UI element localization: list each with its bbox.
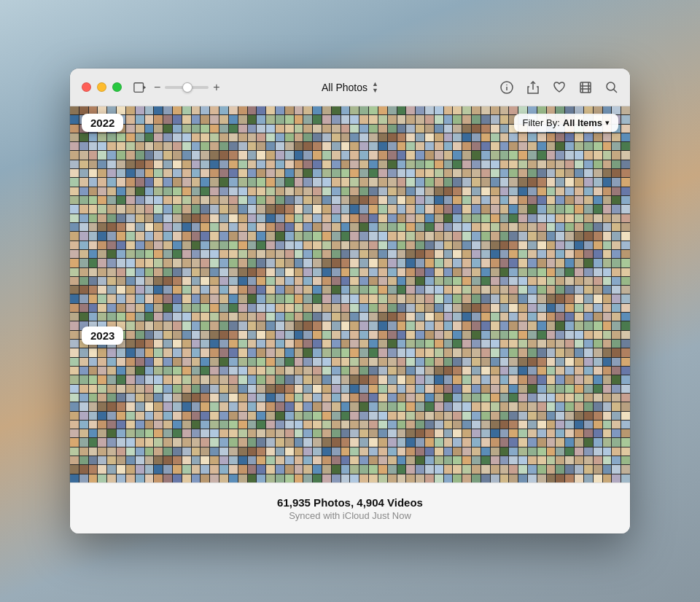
photo-tile[interactable] <box>612 321 621 329</box>
photo-tile[interactable] <box>500 250 509 258</box>
photo-tile[interactable] <box>248 429 257 437</box>
photo-tile[interactable] <box>322 250 331 258</box>
photo-tile[interactable] <box>472 169 481 177</box>
photo-tile[interactable] <box>528 178 537 186</box>
photo-tile[interactable] <box>192 232 201 240</box>
photo-tile[interactable] <box>89 232 98 240</box>
photo-tile[interactable] <box>322 456 331 464</box>
photo-tile[interactable] <box>257 125 265 133</box>
photo-tile[interactable] <box>359 232 368 240</box>
photo-tile[interactable] <box>462 402 471 410</box>
photo-tile[interactable] <box>126 394 135 402</box>
photo-tile[interactable] <box>397 474 406 482</box>
photo-tile[interactable] <box>276 232 284 240</box>
photo-tile[interactable] <box>425 421 434 429</box>
photo-tile[interactable] <box>397 402 406 410</box>
photo-tile[interactable] <box>378 465 387 473</box>
photo-tile[interactable] <box>229 133 238 141</box>
photo-tile[interactable] <box>621 214 630 222</box>
photo-tile[interactable] <box>266 304 275 312</box>
photo-tile[interactable] <box>575 241 583 249</box>
photo-tile[interactable] <box>425 304 434 312</box>
photo-tile[interactable] <box>70 304 79 312</box>
photo-tile[interactable] <box>472 115 481 123</box>
photo-tile[interactable] <box>79 465 88 473</box>
photo-tile[interactable] <box>154 196 163 204</box>
photo-tile[interactable] <box>136 438 144 446</box>
photo-tile[interactable] <box>136 394 144 402</box>
photo-tile[interactable] <box>107 394 116 402</box>
photo-tile[interactable] <box>547 340 556 348</box>
photo-tile[interactable] <box>98 223 106 231</box>
photo-tile[interactable] <box>303 367 312 375</box>
photo-tile[interactable] <box>462 385 471 393</box>
photo-tile[interactable] <box>145 187 154 195</box>
photo-tile[interactable] <box>594 313 602 321</box>
photo-tile[interactable] <box>556 133 564 141</box>
photo-tile[interactable] <box>388 205 397 213</box>
photo-tile[interactable] <box>537 223 546 231</box>
photo-tile[interactable] <box>182 286 191 294</box>
photo-tile[interactable] <box>509 232 518 240</box>
photo-tile[interactable] <box>444 106 453 114</box>
photo-tile[interactable] <box>575 402 583 410</box>
photo-tile[interactable] <box>98 241 106 249</box>
photo-tile[interactable] <box>89 205 98 213</box>
photo-tile[interactable] <box>388 178 397 186</box>
photo-tile[interactable] <box>154 438 163 446</box>
photo-tile[interactable] <box>462 196 471 204</box>
photo-tile[interactable] <box>229 205 238 213</box>
photo-tile[interactable] <box>98 304 106 312</box>
photo-tile[interactable] <box>238 223 247 231</box>
photo-tile[interactable] <box>500 241 509 249</box>
photo-tile[interactable] <box>201 169 209 177</box>
photo-tile[interactable] <box>117 385 125 393</box>
photo-tile[interactable] <box>182 232 191 240</box>
photo-tile[interactable] <box>359 394 368 402</box>
photo-tile[interactable] <box>359 115 368 123</box>
photo-tile[interactable] <box>518 160 527 168</box>
photo-tile[interactable] <box>594 348 602 356</box>
photo-tile[interactable] <box>313 340 322 348</box>
photo-tile[interactable] <box>388 375 397 383</box>
photo-tile[interactable] <box>154 169 163 177</box>
photo-tile[interactable] <box>397 286 406 294</box>
photo-tile[interactable] <box>565 394 574 402</box>
photo-tile[interactable] <box>341 402 350 410</box>
photo-tile[interactable] <box>192 241 201 249</box>
photo-tile[interactable] <box>98 474 106 482</box>
photo-tile[interactable] <box>295 187 303 195</box>
photo-tile[interactable] <box>219 160 228 168</box>
photo-tile[interactable] <box>276 340 284 348</box>
photo-tile[interactable] <box>397 321 406 329</box>
photo-tile[interactable] <box>425 367 434 375</box>
photo-tile[interactable] <box>359 474 368 482</box>
photo-tile[interactable] <box>500 178 509 186</box>
photo-tile[interactable] <box>219 223 228 231</box>
photo-tile[interactable] <box>547 429 556 437</box>
photo-tile[interactable] <box>276 106 284 114</box>
photo-tile[interactable] <box>145 421 154 429</box>
photo-tile[interactable] <box>257 412 265 420</box>
photo-tile[interactable] <box>425 250 434 258</box>
photo-tile[interactable] <box>416 340 424 348</box>
photo-tile[interactable] <box>117 277 125 285</box>
photo-tile[interactable] <box>369 321 378 329</box>
photo-tile[interactable] <box>126 196 135 204</box>
photo-tile[interactable] <box>238 142 247 150</box>
photo-tile[interactable] <box>425 160 434 168</box>
photo-tile[interactable] <box>397 375 406 383</box>
photo-tile[interactable] <box>276 115 284 123</box>
photo-tile[interactable] <box>266 340 275 348</box>
photo-tile[interactable] <box>481 421 490 429</box>
photo-tile[interactable] <box>397 304 406 312</box>
photo-tile[interactable] <box>369 259 378 267</box>
photo-tile[interactable] <box>462 421 471 429</box>
photo-tile[interactable] <box>98 169 106 177</box>
photo-tile[interactable] <box>397 412 406 420</box>
photo-tile[interactable] <box>303 160 312 168</box>
photo-tile[interactable] <box>285 321 294 329</box>
photo-tile[interactable] <box>556 402 564 410</box>
photo-tile[interactable] <box>416 331 424 339</box>
photo-tile[interactable] <box>201 115 209 123</box>
